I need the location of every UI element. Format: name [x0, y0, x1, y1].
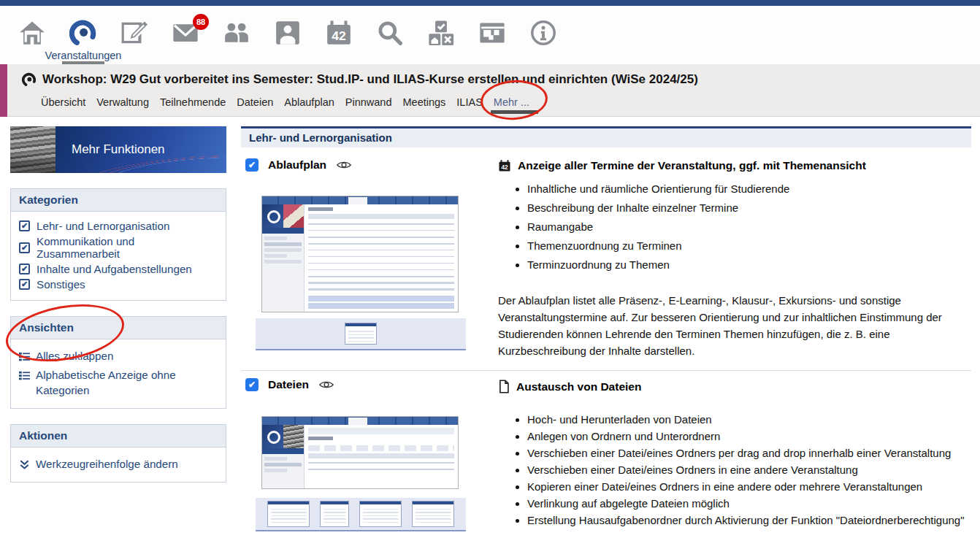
double-chevron-down-icon — [19, 458, 30, 469]
veranstaltungen-label: Veranstaltungen — [45, 50, 122, 61]
views-box: Ansichten Alles zuklappen Alphabetische … — [10, 316, 226, 409]
list-item: Inhaltliche und räumliche Orientierung f… — [527, 180, 980, 199]
tab-mehr[interactable]: Mehr ... — [494, 96, 529, 108]
main-content: Lehr- und Lernorganisation Ablaufplan 42… — [241, 117, 971, 538]
screenshot-sidebar — [262, 204, 305, 312]
checkbox-checked-icon[interactable] — [19, 279, 30, 290]
active-tab-underline — [491, 110, 538, 114]
screenshot-sidebar — [262, 425, 305, 488]
category-checkbox-inhalte[interactable]: Inhalte und Aufgabenstellungen — [19, 263, 218, 275]
carousel-thumbnail[interactable] — [267, 501, 310, 527]
carousel-thumbnail[interactable] — [359, 501, 402, 527]
views-box-title: Ansichten — [11, 317, 226, 339]
screenshot-tab-bar — [262, 196, 458, 204]
collapse-list-icon — [19, 350, 30, 361]
dateien-feature-list: Hoch- und Herunterladen von Dateien Anle… — [513, 411, 980, 529]
tool-row-dateien: Dateien — [245, 378, 334, 391]
edit-icon — [120, 19, 148, 47]
list-item: Raumangabe — [527, 218, 980, 237]
sidebar-banner-title: Mehr Funktionen — [72, 142, 165, 157]
search-icon — [376, 19, 404, 47]
course-title: Workshop: W29 Gut vorbereitet ins Semest… — [42, 72, 698, 87]
home-nav-item[interactable] — [18, 19, 47, 64]
list-item: Themenzuordnung zu Terminen — [527, 237, 980, 255]
category-checkbox-kommunikation[interactable]: Kommunikation und Zusammenarbeit — [19, 235, 218, 260]
tab-meetings[interactable]: Meetings — [403, 96, 446, 108]
tools-nav-item[interactable] — [426, 19, 456, 64]
screenshot-files-area — [305, 425, 458, 488]
sidebar: Mehr Funktionen Kategorien Lehr- und Ler… — [10, 126, 226, 483]
banner-photo — [10, 126, 55, 173]
course-type-swirl-icon — [22, 72, 37, 87]
ablaufplan-feature-list: Inhaltliche und räumliche Orientierung f… — [513, 180, 980, 274]
mini-calendar-icon: 42 — [498, 159, 511, 172]
checkbox-checked-icon[interactable] — [19, 264, 30, 274]
edit-news-nav-item[interactable] — [120, 19, 149, 64]
category-checkbox-lehr-und-lernorganisation[interactable]: Lehr- und Lernorganisation — [19, 220, 218, 232]
categories-box-title: Kategorien — [11, 189, 226, 212]
bulletin-board-icon — [478, 19, 506, 47]
list-item: Verschieben einer Datei/eines Ordners pe… — [527, 445, 980, 461]
dateien-thumbnail-strip — [256, 498, 466, 531]
ablaufplan-thumbnail-strip — [256, 318, 466, 350]
screenshot-table-area — [305, 204, 458, 312]
list-item: Hoch- und Herunterladen von Dateien — [527, 411, 980, 428]
dateien-tool-name: Dateien — [268, 378, 309, 391]
messages-nav-item[interactable]: 88 — [171, 19, 200, 64]
ablaufplan-screenshot-thumbnail[interactable] — [261, 196, 459, 312]
carousel-thumbnail[interactable] — [345, 323, 377, 345]
tab-dateien[interactable]: Dateien — [237, 96, 273, 108]
veranstaltungen-nav-item[interactable]: Veranstaltungen — [69, 19, 98, 64]
tab-ablaufplan[interactable]: Ablaufplan — [284, 96, 334, 108]
community-nav-item[interactable] — [222, 19, 251, 64]
svg-text:42: 42 — [501, 164, 508, 171]
actions-box-title: Aktionen — [11, 425, 226, 447]
checkbox-checked-icon[interactable] — [19, 220, 30, 231]
ablaufplan-tool-name: Ablaufplan — [268, 158, 326, 172]
screenshot-tab-bar — [262, 417, 458, 425]
list-item: Verschieben einer Datei/eines Ordners in… — [527, 461, 980, 478]
tab-verwaltung[interactable]: Verwaltung — [96, 96, 149, 108]
tab-uebersicht[interactable]: Übersicht — [41, 96, 85, 108]
view-link-alles-zuklappen[interactable]: Alles zuklappen — [19, 348, 218, 364]
posts-nav-item[interactable] — [478, 19, 507, 64]
dateien-checkbox[interactable] — [245, 378, 259, 391]
action-link-werkzeugreihenfolge[interactable]: Werkzeugreihenfolge ändern — [19, 456, 218, 472]
course-accent-bar — [0, 64, 7, 117]
category-checkbox-sonstiges[interactable]: Sonstiges — [19, 278, 218, 291]
veranstaltungen-swirl-icon — [69, 19, 97, 47]
categories-box: Kategorien Lehr- und Lernorganisation Ko… — [10, 188, 226, 301]
carousel-thumbnail[interactable] — [320, 501, 349, 527]
community-icon — [223, 19, 250, 47]
schedule-nav-item[interactable]: 42 — [324, 19, 353, 64]
row-divider — [241, 370, 971, 371]
schedule-calendar-icon: 42 — [325, 19, 353, 47]
course-header: Workshop: W29 Gut vorbereitet ins Semest… — [0, 64, 980, 117]
alphabetical-list-icon — [19, 369, 30, 380]
carousel-thumbnail[interactable] — [412, 501, 454, 527]
search-nav-item[interactable] — [375, 19, 405, 64]
calendar-day-number: 42 — [332, 28, 345, 43]
tab-teilnehmende[interactable]: Teilnehmende — [160, 96, 226, 108]
tools-icon — [427, 19, 455, 47]
info-nav-item[interactable] — [529, 19, 558, 64]
section-header: Lehr- und Lernorganisation — [241, 126, 971, 147]
list-item: Anlegen von Ordnern und Unterordnern — [527, 428, 980, 445]
document-icon — [498, 380, 510, 393]
visibility-eye-icon[interactable] — [318, 379, 334, 391]
ablaufplan-description: Der Ablaufplan listet alle Präsenz-, E-L… — [498, 292, 980, 359]
profile-icon — [274, 19, 302, 47]
tab-pinnwand[interactable]: Pinnwand — [345, 96, 392, 108]
visibility-eye-icon[interactable] — [336, 159, 352, 171]
dateien-screenshot-thumbnail[interactable] — [261, 416, 459, 489]
ablaufplan-checkbox[interactable] — [245, 158, 259, 172]
tab-ilias[interactable]: ILIAS — [456, 96, 482, 108]
list-item: Erstellung Hausaufgabenordner durch Akti… — [527, 512, 980, 529]
view-link-alphabetische-anzeige[interactable]: Alphabetische Anzeige ohne Kategorien — [19, 367, 218, 398]
checkbox-checked-icon[interactable] — [19, 242, 30, 253]
main-navigation-bar: Veranstaltungen 88 42 — [0, 6, 980, 64]
top-strip — [0, 0, 980, 6]
studip-page: Veranstaltungen 88 42 — [0, 0, 980, 538]
profile-nav-item[interactable] — [273, 19, 302, 64]
actions-box: Aktionen Werkzeugreihenfolge ändern — [10, 424, 226, 483]
